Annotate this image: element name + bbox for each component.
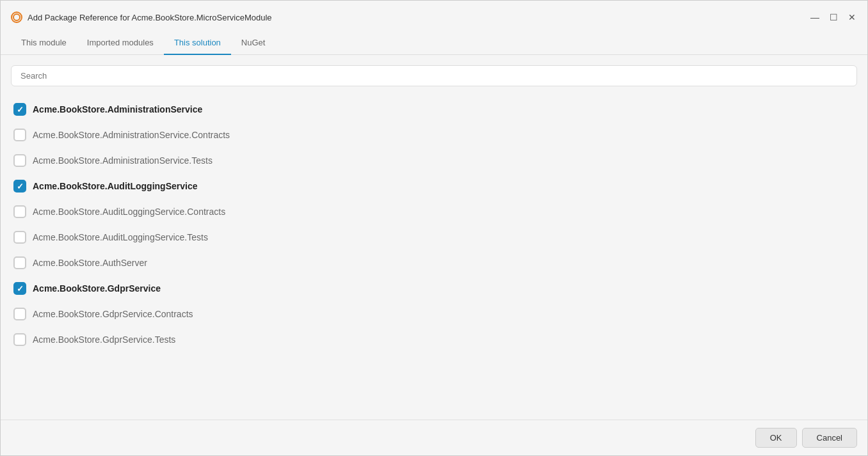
tab-this-solution[interactable]: This solution	[164, 31, 231, 55]
item-label-4: Acme.BookStore.AuditLoggingService	[33, 181, 197, 191]
item-label-5: Acme.BookStore.AuditLoggingService.Contr…	[33, 207, 225, 217]
maximize-button[interactable]: ☐	[828, 12, 839, 23]
checkbox-item-10[interactable]	[13, 333, 26, 346]
list-item[interactable]: Acme.BookStore.AdministrationService.Con…	[11, 122, 855, 148]
list-item[interactable]: Acme.BookStore.GdprService	[11, 276, 855, 301]
items-list: Acme.BookStore.AdministrationServiceAcme…	[11, 97, 857, 409]
list-item[interactable]: Acme.BookStore.GdprService.Contracts	[11, 301, 855, 327]
app-icon	[11, 12, 22, 23]
checkbox-item-5[interactable]	[13, 205, 26, 218]
item-label-2: Acme.BookStore.AdministrationService.Con…	[33, 130, 230, 140]
dialog-window: Add Package Reference for Acme.BookStore…	[0, 0, 868, 456]
window-title: Add Package Reference for Acme.BookStore…	[28, 13, 272, 22]
item-label-9: Acme.BookStore.GdprService.Contracts	[33, 309, 193, 319]
item-label-10: Acme.BookStore.GdprService.Tests	[33, 334, 175, 345]
list-item[interactable]: Acme.BookStore.GdprService.Tests	[11, 327, 855, 352]
item-label-1: Acme.BookStore.AdministrationService	[33, 104, 202, 114]
list-item[interactable]: Acme.BookStore.AuditLoggingService.Contr…	[11, 199, 855, 224]
list-item[interactable]: Acme.BookStore.AuditLoggingService.Tests	[11, 224, 855, 250]
search-input[interactable]	[11, 65, 857, 86]
minimize-button[interactable]: —	[809, 12, 821, 23]
checkbox-item-7[interactable]	[13, 256, 26, 269]
item-label-6: Acme.BookStore.AuditLoggingService.Tests	[33, 232, 208, 242]
cancel-button[interactable]: Cancel	[802, 428, 857, 448]
ok-button[interactable]: OK	[755, 428, 797, 448]
checkbox-item-2[interactable]	[13, 129, 26, 141]
tab-this-module[interactable]: This module	[11, 31, 77, 55]
item-label-3: Acme.BookStore.AdministrationService.Tes…	[33, 155, 213, 166]
checkbox-item-4[interactable]	[13, 180, 26, 193]
checkbox-item-6[interactable]	[13, 231, 26, 244]
list-item[interactable]: Acme.BookStore.AuditLoggingService	[11, 173, 855, 199]
close-button[interactable]: ✕	[847, 12, 857, 23]
checkbox-item-1[interactable]	[13, 103, 26, 116]
checkbox-item-8[interactable]	[13, 282, 26, 295]
title-bar: Add Package Reference for Acme.BookStore…	[1, 1, 867, 26]
checkbox-item-9[interactable]	[13, 308, 26, 320]
main-content: Acme.BookStore.AdministrationServiceAcme…	[1, 55, 867, 420]
item-label-8: Acme.BookStore.GdprService	[33, 283, 161, 294]
list-item[interactable]: Acme.BookStore.AdministrationService.Tes…	[11, 148, 855, 173]
title-controls: — ☐ ✕	[809, 12, 857, 23]
list-item[interactable]: Acme.BookStore.AdministrationService	[11, 97, 855, 122]
checkbox-item-3[interactable]	[13, 154, 26, 167]
tab-imported-modules[interactable]: Imported modules	[77, 31, 164, 55]
list-item[interactable]: Acme.BookStore.AuthServer	[11, 250, 855, 276]
tab-bar: This module Imported modules This soluti…	[1, 31, 867, 55]
title-bar-left: Add Package Reference for Acme.BookStore…	[11, 12, 272, 23]
item-label-7: Acme.BookStore.AuthServer	[33, 258, 147, 268]
tab-nuget[interactable]: NuGet	[231, 31, 276, 55]
footer: OK Cancel	[1, 420, 867, 455]
